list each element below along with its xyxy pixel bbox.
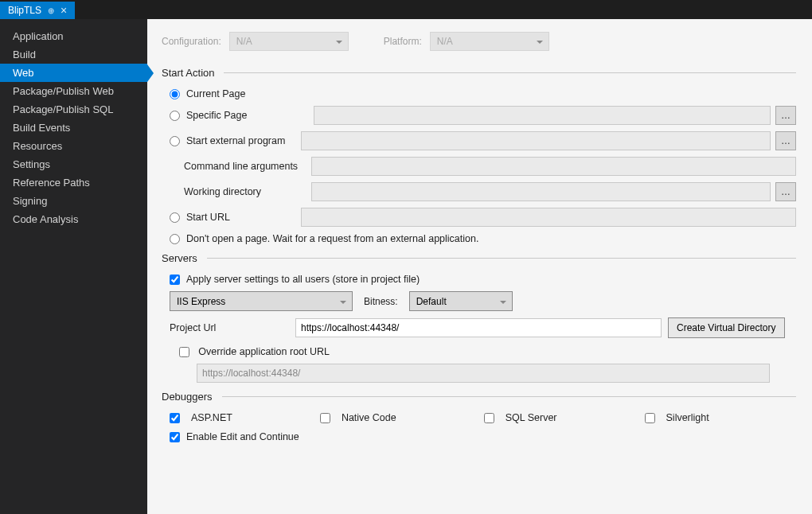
platform-label: Platform: (384, 36, 422, 47)
override-root-input (197, 364, 770, 383)
silverlight-checkbox[interactable] (645, 413, 655, 423)
override-root-checkbox[interactable] (179, 347, 189, 357)
sidebar-item-package-publish-sql[interactable]: Package/Publish SQL (0, 100, 147, 119)
aspnet-label: ASP.NET (191, 412, 232, 423)
configuration-label: Configuration: (162, 36, 221, 47)
tab-bar: BlipTLS ⊕ × (0, 0, 812, 19)
aspnet-checkbox[interactable] (170, 413, 180, 423)
sidebar-item-web[interactable]: Web (0, 64, 147, 82)
working-dir-label: Working directory (184, 186, 311, 197)
apply-all-checkbox[interactable] (170, 275, 180, 285)
start-url-radio[interactable] (170, 212, 180, 223)
sql-server-checkbox[interactable] (484, 413, 494, 423)
start-action-title: Start Action (162, 67, 214, 79)
document-tab[interactable]: BlipTLS ⊕ × (0, 2, 75, 19)
sidebar-item-reference-paths[interactable]: Reference Paths (0, 173, 147, 192)
servers-header: Servers (162, 252, 796, 264)
platform-select: N/A (430, 32, 549, 51)
start-external-browse-button[interactable] (775, 131, 796, 150)
debuggers-title: Debuggers (162, 391, 213, 403)
project-url-input[interactable] (295, 318, 662, 337)
cmd-args-label: Command line arguments (184, 161, 311, 172)
debuggers-header: Debuggers (162, 391, 796, 403)
sidebar-item-resources[interactable]: Resources (0, 137, 147, 155)
start-action-header: Start Action (162, 67, 796, 79)
specific-page-radio[interactable] (170, 111, 180, 121)
sidebar-item-signing[interactable]: Signing (0, 192, 147, 210)
dont-open-radio[interactable] (170, 234, 180, 244)
pin-icon[interactable]: ⊕ (48, 6, 54, 15)
project-url-label: Project Url (170, 322, 295, 333)
specific-page-input[interactable] (314, 106, 771, 125)
sidebar-item-package-publish-web[interactable]: Package/Publish Web (0, 82, 147, 100)
working-dir-browse-button[interactable] (775, 182, 796, 201)
sidebar: Application Build Web Package/Publish We… (0, 19, 147, 514)
current-page-radio[interactable] (170, 89, 180, 99)
working-dir-input[interactable] (311, 182, 771, 201)
divider (222, 396, 796, 397)
bitness-label: Bitness: (364, 296, 398, 307)
specific-page-label: Specific Page (186, 110, 314, 121)
cmd-args-input[interactable] (311, 157, 796, 176)
sql-server-label: SQL Server (506, 412, 557, 423)
native-code-checkbox[interactable] (320, 413, 330, 423)
sidebar-item-build-events[interactable]: Build Events (0, 119, 147, 137)
content-panel: Configuration: N/A Platform: N/A Start A… (147, 19, 812, 514)
sidebar-item-code-analysis[interactable]: Code Analysis (0, 210, 147, 228)
start-url-label: Start URL (186, 212, 301, 223)
start-external-radio[interactable] (170, 136, 180, 146)
start-external-input[interactable] (301, 131, 771, 150)
bitness-select[interactable]: Default (409, 291, 513, 311)
current-page-label: Current Page (186, 88, 245, 99)
edit-continue-checkbox[interactable] (170, 432, 180, 442)
silverlight-label: Silverlight (666, 412, 709, 423)
servers-title: Servers (162, 252, 197, 264)
override-root-label: Override application root URL (198, 346, 330, 357)
edit-continue-label: Enable Edit and Continue (186, 431, 299, 442)
start-url-input[interactable] (301, 208, 796, 227)
configuration-select: N/A (229, 32, 349, 51)
sidebar-item-application[interactable]: Application (0, 27, 147, 45)
divider (224, 72, 796, 73)
sidebar-item-build[interactable]: Build (0, 45, 147, 64)
sidebar-item-settings[interactable]: Settings (0, 155, 147, 173)
dont-open-label: Don't open a page. Wait for a request fr… (186, 233, 478, 244)
divider (207, 258, 796, 259)
apply-all-label: Apply server settings to all users (stor… (186, 274, 420, 285)
specific-page-browse-button[interactable] (775, 106, 796, 125)
close-icon[interactable]: × (61, 5, 67, 16)
server-select[interactable]: IIS Express (170, 291, 353, 311)
config-platform-row: Configuration: N/A Platform: N/A (162, 32, 796, 51)
native-code-label: Native Code (342, 412, 396, 423)
create-virtual-directory-button[interactable]: Create Virtual Directory (668, 317, 785, 338)
main: Application Build Web Package/Publish We… (0, 19, 812, 514)
tab-title: BlipTLS (8, 5, 41, 16)
start-external-label: Start external program (186, 135, 301, 146)
